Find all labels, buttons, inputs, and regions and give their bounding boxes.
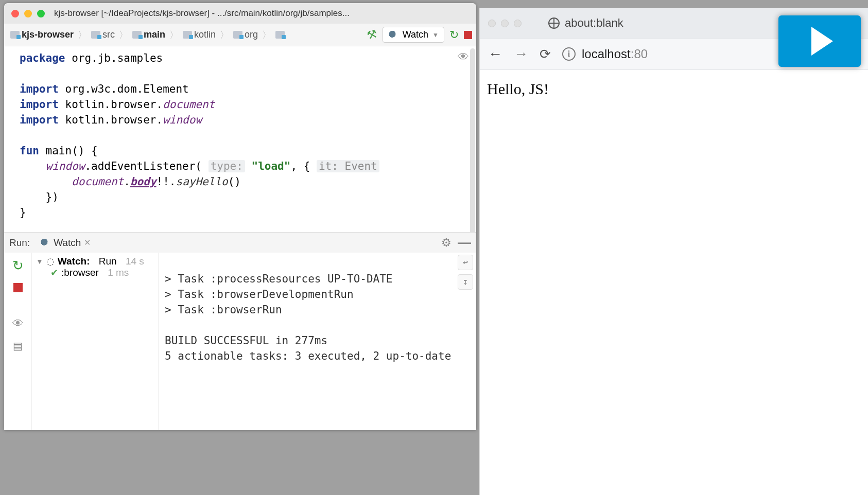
- run-tree[interactable]: ▼ ◌ Watch: Run 14 s ✔ :browser 1 ms: [32, 253, 159, 430]
- browser-window: about:blank ← → ⟳ i localhost:80 Hello, …: [479, 8, 868, 495]
- titlebar: kjs-browser [~/IdeaProjects/kjs-browser]…: [4, 3, 476, 24]
- folder-icon: [275, 31, 285, 39]
- layout-icon[interactable]: ▤: [13, 340, 23, 352]
- run-label: Run:: [9, 237, 30, 249]
- scroll-to-end-icon[interactable]: ↧: [458, 274, 473, 290]
- property: window: [163, 114, 202, 126]
- breadcrumb-label: kjs-browser: [22, 29, 74, 40]
- back-icon[interactable]: ←: [488, 46, 502, 62]
- keyword: package: [20, 52, 65, 64]
- rerun-icon[interactable]: ↻: [449, 28, 459, 42]
- keyword: import: [20, 83, 59, 95]
- chevron-right-icon: 〉: [262, 29, 271, 41]
- breadcrumb-main[interactable]: main: [130, 28, 167, 41]
- console-tools: ↩ ↧: [458, 255, 473, 290]
- progress-icon: ◌: [46, 256, 55, 267]
- code-text: .: [124, 175, 130, 188]
- zoom-window-icon[interactable]: [514, 20, 522, 27]
- hide-panel-icon[interactable]: —: [458, 235, 471, 251]
- property: window: [46, 160, 85, 172]
- console-line: BUILD SUCCESSFUL in 277ms: [165, 334, 327, 347]
- string: "load": [252, 160, 291, 172]
- minimize-window-icon[interactable]: [24, 10, 32, 17]
- console-line: > Task :browserDevelopmentRun: [165, 288, 354, 300]
- tree-child-browser[interactable]: ✔ :browser 1 ms: [50, 267, 154, 278]
- console-output[interactable]: > Task :processResources UP-TO-DATE > Ta…: [159, 253, 476, 430]
- code-text: !!.: [157, 175, 176, 188]
- close-window-icon[interactable]: [488, 20, 496, 27]
- breadcrumb-label: org: [245, 29, 258, 40]
- build-icon[interactable]: ⚒: [366, 27, 379, 42]
- close-icon[interactable]: ✕: [84, 238, 91, 247]
- breadcrumb-org[interactable]: org: [231, 28, 260, 41]
- code-text: }: [20, 205, 476, 220]
- reader-mode-icon[interactable]: 👁: [458, 49, 469, 65]
- forward-icon[interactable]: →: [514, 46, 528, 62]
- run-side-toolbar: ↻ 👁 ▤: [4, 253, 32, 430]
- param-hint: type:: [211, 160, 243, 172]
- traffic-lights: [11, 10, 45, 17]
- chevron-right-icon: 〉: [78, 29, 87, 41]
- code-editor[interactable]: 👁 package org.jb.samples import org.w3c.…: [4, 46, 476, 232]
- gear-icon[interactable]: ⚙: [441, 236, 452, 250]
- address-text: localhost:80: [582, 47, 648, 61]
- breadcrumb-kotlin[interactable]: kotlin: [181, 28, 218, 41]
- zoom-window-icon[interactable]: [37, 10, 45, 17]
- code-text: org.jb.samples: [65, 52, 163, 64]
- rerun-icon[interactable]: ↻: [12, 258, 24, 274]
- code-text: .addEventListener(: [84, 160, 208, 172]
- code-text: [245, 160, 252, 172]
- tree-time: 14 s: [126, 256, 144, 267]
- indent: [20, 175, 72, 188]
- show-icon[interactable]: 👁: [12, 317, 24, 330]
- tab-title: about:blank: [565, 16, 623, 30]
- run-tab-watch[interactable]: Watch ✕: [36, 235, 95, 251]
- property: document: [163, 98, 215, 111]
- keyword: import: [20, 114, 59, 126]
- gradle-icon: [388, 30, 398, 40]
- stop-icon[interactable]: [464, 31, 472, 39]
- site-info-icon[interactable]: i: [562, 47, 576, 61]
- code-text: (): [228, 175, 241, 188]
- breadcrumb-more[interactable]: [273, 30, 287, 40]
- run-tab-label: Watch: [54, 237, 81, 249]
- code-text: kotlin.browser.: [59, 114, 163, 126]
- property: body: [130, 175, 157, 188]
- browser-tab[interactable]: about:blank: [548, 16, 623, 30]
- breadcrumb-src[interactable]: src: [89, 28, 117, 41]
- breadcrumb-label: kotlin: [194, 29, 216, 40]
- code-text: }): [20, 189, 476, 205]
- minimize-window-icon[interactable]: [501, 20, 509, 27]
- toolbar-right: ⚒ Watch ▼ ↻: [367, 27, 472, 43]
- play-overlay-button[interactable]: [778, 15, 861, 67]
- chevron-right-icon: 〉: [119, 29, 128, 41]
- gradle-icon: [40, 238, 50, 247]
- console-line: > Task :processResources UP-TO-DATE: [165, 273, 393, 285]
- console-line: 5 actionable tasks: 3 executed, 2 up-to-…: [165, 350, 451, 362]
- call: sayHello: [176, 175, 228, 188]
- breadcrumb-label: src: [102, 29, 115, 40]
- keyword: fun: [20, 145, 39, 157]
- reload-icon[interactable]: ⟳: [540, 46, 551, 62]
- code-text: , {: [290, 160, 317, 172]
- console-line: > Task :browserRun: [165, 304, 282, 316]
- globe-icon: [548, 17, 560, 29]
- keyword: import: [20, 98, 59, 111]
- breadcrumb-root[interactable]: kjs-browser: [8, 28, 76, 41]
- code-text: kotlin.browser.: [59, 98, 163, 111]
- property: document: [72, 175, 124, 188]
- run-config-combo[interactable]: Watch ▼: [383, 27, 444, 43]
- chevron-down-icon: ▼: [36, 257, 43, 266]
- vertical-scrollbar[interactable]: [470, 48, 475, 232]
- stop-icon[interactable]: [13, 283, 23, 292]
- ide-window: kjs-browser [~/IdeaProjects/kjs-browser]…: [4, 3, 476, 430]
- breadcrumb-label: main: [144, 29, 165, 40]
- close-window-icon[interactable]: [11, 10, 19, 17]
- folder-icon: [10, 31, 20, 39]
- page-content: Hello, JS!: [480, 70, 868, 108]
- traffic-lights: [488, 20, 522, 27]
- soft-wrap-icon[interactable]: ↩: [458, 255, 473, 270]
- tree-label: :browser: [61, 267, 99, 278]
- tree-root[interactable]: ▼ ◌ Watch: Run 14 s: [36, 256, 154, 267]
- play-icon: [811, 27, 833, 56]
